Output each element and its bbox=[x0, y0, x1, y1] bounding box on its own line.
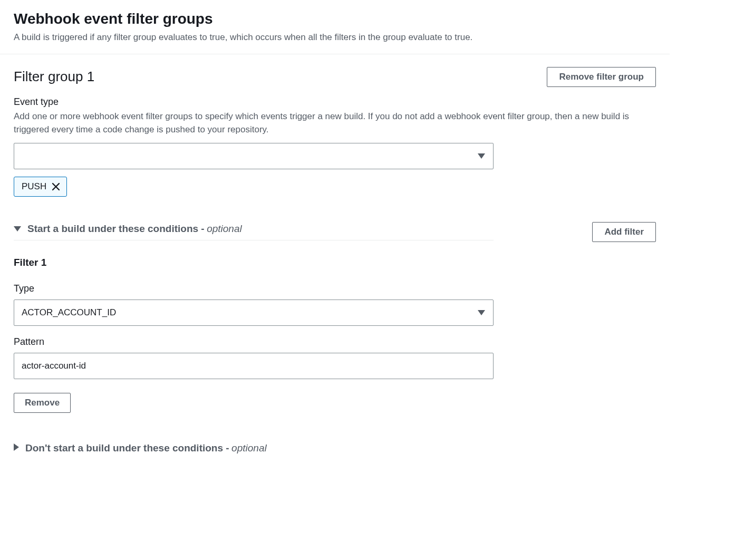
filter-pattern-label: Pattern bbox=[14, 336, 656, 347]
start-conditions-toggle[interactable]: Start a build under these conditions - o… bbox=[14, 223, 494, 240]
dont-start-conditions-title: Don't start a build under these conditio… bbox=[25, 442, 229, 453]
caret-down-icon bbox=[14, 224, 21, 234]
divider bbox=[0, 54, 670, 54]
caret-right-icon bbox=[14, 443, 19, 453]
event-type-chip-push[interactable]: PUSH bbox=[14, 177, 67, 197]
filter-type-select[interactable]: ACTOR_ACCOUNT_ID bbox=[14, 300, 494, 326]
dont-start-conditions-toggle[interactable]: Don't start a build under these conditio… bbox=[14, 442, 656, 454]
filter-type-label: Type bbox=[14, 283, 656, 294]
close-icon[interactable] bbox=[52, 182, 60, 191]
page-subtitle: A build is triggered if any filter group… bbox=[14, 31, 656, 44]
remove-filter-button[interactable]: Remove bbox=[14, 393, 71, 413]
chip-label: PUSH bbox=[22, 181, 46, 192]
remove-filter-group-button[interactable]: Remove filter group bbox=[547, 67, 656, 87]
filter-pattern-input[interactable] bbox=[14, 353, 494, 379]
filter-group-title: Filter group 1 bbox=[14, 69, 94, 85]
event-type-select[interactable] bbox=[14, 143, 494, 169]
event-type-help: Add one or more webhook event filter gro… bbox=[14, 110, 656, 137]
svg-marker-1 bbox=[14, 226, 21, 231]
optional-tag: optional bbox=[207, 223, 242, 234]
event-type-label: Event type bbox=[14, 96, 656, 108]
filter-title: Filter 1 bbox=[14, 257, 656, 268]
page-title: Webhook event filter groups bbox=[14, 11, 656, 27]
svg-marker-3 bbox=[14, 443, 19, 451]
optional-tag: optional bbox=[231, 442, 267, 453]
start-conditions-title: Start a build under these conditions - bbox=[27, 223, 205, 234]
add-filter-button[interactable]: Add filter bbox=[592, 222, 656, 242]
